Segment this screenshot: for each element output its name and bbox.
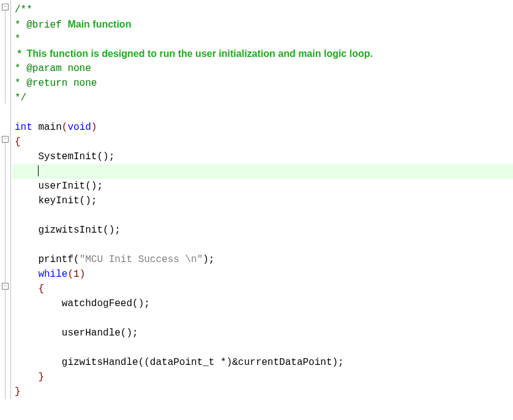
- code-line: {: [12, 282, 513, 296]
- code-line: watchdogFeed();: [12, 296, 513, 311]
- blank-line: [12, 340, 513, 355]
- fold-toggle-comment[interactable]: −: [2, 4, 9, 10]
- blank-line: [12, 208, 513, 223]
- code-line: gizwitsInit();: [12, 223, 513, 238]
- printf-end: );: [203, 254, 214, 265]
- comment-brief-text: Main function: [67, 19, 131, 29]
- code-editor: − − − /** * @brief Main function * * Thi…: [0, 0, 513, 399]
- code-line: int main(void): [12, 120, 513, 135]
- code-line: }: [12, 370, 513, 384]
- brace-close: }: [15, 386, 21, 397]
- code-line: *: [12, 32, 513, 47]
- inner-brace-close: }: [15, 372, 44, 383]
- code-line: }: [12, 384, 513, 399]
- blank-line: [12, 105, 513, 120]
- fold-toggle-while[interactable]: −: [2, 283, 9, 290]
- fold-line: [5, 143, 6, 399]
- code-line: userInit();: [12, 179, 513, 193]
- brace-open: {: [15, 137, 21, 148]
- call-watchdog: watchdogFeed();: [15, 298, 150, 309]
- call-gizwits-init: gizwitsInit();: [15, 225, 121, 236]
- paren-close: ): [91, 122, 97, 133]
- comment-desc-text: This function is designed to run the use…: [27, 48, 373, 59]
- printf-string: "MCU Init Success \n": [80, 254, 203, 265]
- code-line: userHandle();: [12, 326, 513, 340]
- code-line: while(1): [12, 267, 513, 282]
- paren-open: (: [62, 122, 68, 133]
- comment-open: /**: [15, 4, 32, 15]
- inner-brace-open: {: [15, 283, 44, 294]
- comment-close: */: [15, 92, 26, 103]
- blank-line: [12, 311, 513, 326]
- code-line: printf("MCU Init Success \n");: [12, 252, 513, 267]
- fold-gutter: − − −: [0, 0, 11, 399]
- code-line: keyInit();: [12, 193, 513, 208]
- current-line: [12, 164, 513, 179]
- keyword-void: void: [67, 122, 91, 133]
- comment-brief-tag: * @brief: [15, 20, 67, 31]
- indent: [15, 166, 38, 177]
- code-line: */: [12, 91, 513, 105]
- call-system-init: SystemInit();: [15, 151, 114, 162]
- keyword-while: while: [15, 269, 67, 280]
- fn-main: main: [32, 122, 62, 133]
- code-line: * @brief Main function: [12, 17, 513, 32]
- call-gizwits-handle: gizwitsHandle((dataPoint_t *)&currentDat…: [15, 357, 344, 368]
- text-caret: [38, 165, 39, 176]
- while-cond: (1): [67, 269, 85, 280]
- code-line: gizwitsHandle((dataPoint_t *)&currentDat…: [12, 355, 513, 370]
- comment-desc-prefix: *: [15, 48, 27, 59]
- fold-toggle-function[interactable]: −: [2, 136, 9, 143]
- call-user-init: userInit();: [15, 181, 103, 192]
- fold-line: [5, 10, 6, 103]
- code-line: * This function is designed to run the u…: [12, 47, 513, 61]
- code-line: * @return none: [12, 76, 513, 91]
- code-line: * @param none: [12, 61, 513, 76]
- code-line: {: [12, 135, 513, 149]
- printf-pre: printf(: [15, 254, 80, 265]
- code-line: SystemInit();: [12, 149, 513, 164]
- code-line: /**: [12, 2, 513, 17]
- call-key-init: keyInit();: [15, 195, 97, 206]
- comment-return: * @return none: [15, 78, 97, 89]
- comment-param: * @param none: [15, 63, 91, 74]
- keyword-int: int: [15, 122, 32, 133]
- call-user-handle: userHandle();: [15, 328, 138, 339]
- blank-line: [12, 238, 513, 252]
- comment-star: *: [15, 34, 21, 45]
